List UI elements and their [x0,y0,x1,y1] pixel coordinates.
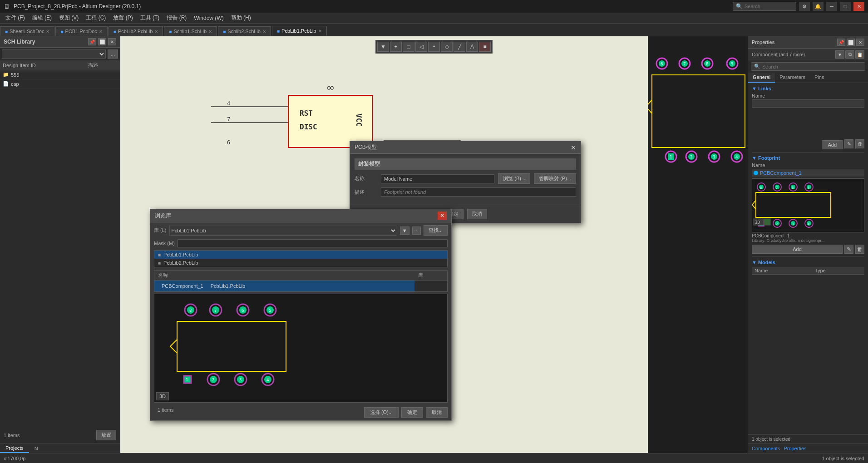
settings-btn[interactable]: ⚙ [799,2,810,11]
tab-pcblib1[interactable]: ■ PcbLib1.PcbLib ✕ [272,26,327,36]
close-btn[interactable]: ✕ [853,2,864,11]
tool-arrow[interactable]: ◁ [415,42,427,52]
props-links-del-btn[interactable]: 🗑 [855,139,864,148]
tool-text[interactable]: A [466,42,478,52]
props-bottom-tabs: Components Properties [748,443,868,453]
bell-btn[interactable]: 🔔 [813,2,824,11]
menu-item-help[interactable]: 帮助 (H) [227,13,255,23]
browse-select-btn[interactable]: 选择 (O)... [364,407,399,418]
props-name-input[interactable] [752,99,864,108]
tab-schlib1[interactable]: ■ Schlib1.SchLib ✕ [164,26,217,36]
props-close-btn[interactable]: ✕ [856,39,864,46]
place-button[interactable]: 放置 [96,430,116,440]
tool-rect[interactable]: □ [403,42,414,52]
menu-item-file[interactable]: 文件 (F) [2,13,29,23]
browse-confirm-btn[interactable]: 确定 [401,407,423,418]
table-row[interactable]: 📁 555 [0,70,120,79]
pcb-dialog-browse-btn[interactable]: 浏览 (B)... [498,173,530,184]
browse-3d-label[interactable]: 3D [156,392,169,400]
pcb-dialog-name-input[interactable] [381,174,494,183]
tool-add[interactable]: + [390,42,402,52]
menu-item-edit[interactable]: 编辑 (E) [29,13,55,23]
tool-dot[interactable]: • [428,42,440,52]
browse-comp-row[interactable]: PCBComponent_1 PcbLib1.PcbLib [154,281,414,291]
props-links-edit-btn[interactable]: ✎ [844,139,853,148]
browse-lib-select[interactable]: PcbLib1.PcbLib PcbLib2.PcbLib [169,226,397,236]
sch-lib-dropdown[interactable] [2,49,106,59]
browse-lib-options-btn[interactable]: ▼ [400,227,409,235]
browse-lib-dots-btn[interactable]: ··· [412,227,421,235]
props-links-add-btn[interactable]: Add [822,140,843,149]
svg-text:6: 6 [792,186,794,190]
browse-lib-item[interactable]: ■ PcbLib2.PcbLib [154,259,447,267]
sch-lib-browse-btn[interactable]: ... [108,49,118,59]
sch-lib-close-btn[interactable]: ✕ [108,38,116,45]
props-float-btn[interactable]: ⬜ [847,39,855,46]
table-row[interactable]: 📄 cap [0,79,120,89]
svg-text:3: 3 [713,155,715,159]
props-tab-parameters[interactable]: Parameters [775,73,810,83]
browse-lib-find-btn[interactable]: 查找... [424,225,448,236]
menu-item-project[interactable]: 工程 (C) [82,13,109,23]
tab-close-icon[interactable]: ✕ [208,29,212,34]
fp-del-btn[interactable]: 🗑 [855,245,864,254]
window-title: PCB_Project_8_28.PrjPcb - Altium Designe… [14,3,141,10]
tab-close-icon[interactable]: ✕ [262,29,266,34]
pcb-dialog-close-btn[interactable]: ✕ [571,144,576,151]
props-tab-general[interactable]: General [748,73,775,83]
fp-add-btn[interactable]: Add [752,245,843,254]
sch-lib-pin-btn[interactable]: 📌 [88,38,96,45]
tab-close-icon[interactable]: ✕ [154,29,158,34]
tool-line[interactable]: ╱ [454,42,465,52]
tool-filter[interactable]: ▼ [377,42,389,52]
schematic-toolbar: ▼ + □ ◁ • ◇ ╱ A ■ [375,40,493,54]
search-box[interactable]: 🔍 [733,2,796,11]
tab-pcblib2[interactable]: ■ PcbLib2.PcbLib ✕ [108,26,163,36]
svg-text:2: 2 [212,378,214,382]
fp-edit-btn[interactable]: ✎ [844,245,853,254]
minimize-btn[interactable]: ─ [826,2,837,11]
fp-add-row: Add ✎ 🗑 [752,245,864,254]
props-filter-btn[interactable]: ▼ [835,50,844,59]
tab-sheet1[interactable]: ■ Sheet1.SchDoc ✕ [0,26,54,36]
tool-block[interactable]: ■ [479,42,491,52]
svg-text:8: 8 [189,308,192,313]
svg-text:3: 3 [792,222,794,226]
footprint-name-row[interactable]: PCBComponent_1 [752,169,864,177]
tab-schlib2[interactable]: ■ Schlib2.SchLib ✕ [218,26,271,36]
tab-close-icon[interactable]: ✕ [99,29,103,34]
footprint-preview-svg: 8 7 6 5 [752,179,836,231]
sch-lib-toolbar: ... [0,48,120,60]
pcb-dialog-cancel-btn[interactable]: 取消 [467,209,487,219]
tab-pcb1[interactable]: ■ PCB1.PcbDoc ✕ [55,26,107,36]
props-copy-btn[interactable]: ⧉ [845,50,854,59]
schematic-area[interactable]: ▼ + □ ◁ • ◇ ╱ A ■ ∞ 4 7 6 RST [120,36,748,453]
menu-item-view[interactable]: 视图 (V) [55,13,82,23]
browse-lib-item[interactable]: ■ PcbLib1.PcbLib [154,251,447,259]
tab-label: Schlib1.SchLib [173,29,207,34]
browse-dialog-close-btn[interactable]: ✕ [438,212,447,220]
props-tab-pins[interactable]: Pins [810,73,829,83]
browse-cancel-btn[interactable]: 取消 [426,407,448,418]
props-paste-btn[interactable]: 📋 [855,50,864,59]
pcb-dialog-map-btn[interactable]: 管脚映射 (P)... [534,173,576,184]
bottom-tab-navigator[interactable]: N [29,444,44,453]
tab-close-icon[interactable]: ✕ [46,29,49,34]
props-bottom-tab-components[interactable]: Components [752,446,780,451]
menu-item-report[interactable]: 报告 (R) [163,13,190,23]
search-input[interactable] [745,4,790,9]
restore-btn[interactable]: □ [840,2,851,11]
props-bottom-tab-properties[interactable]: Properties [784,446,806,451]
pcb-dialog-desc-input[interactable] [381,187,576,197]
svg-text:4: 4 [227,100,230,107]
props-pin-btn[interactable]: 📌 [837,39,845,46]
menu-item-tools[interactable]: 工具 (T) [137,13,163,23]
bottom-tab-projects[interactable]: Projects [0,444,29,453]
menu-item-window[interactable]: Window (W) [190,14,227,22]
props-search-input[interactable] [762,64,862,69]
tool-diamond[interactable]: ◇ [441,42,453,52]
browse-mask-input[interactable] [178,239,448,247]
menu-item-place[interactable]: 放置 (P) [109,13,136,23]
sch-lib-float-btn[interactable]: ⬜ [98,38,106,45]
tab-close-icon[interactable]: ✕ [318,29,322,34]
